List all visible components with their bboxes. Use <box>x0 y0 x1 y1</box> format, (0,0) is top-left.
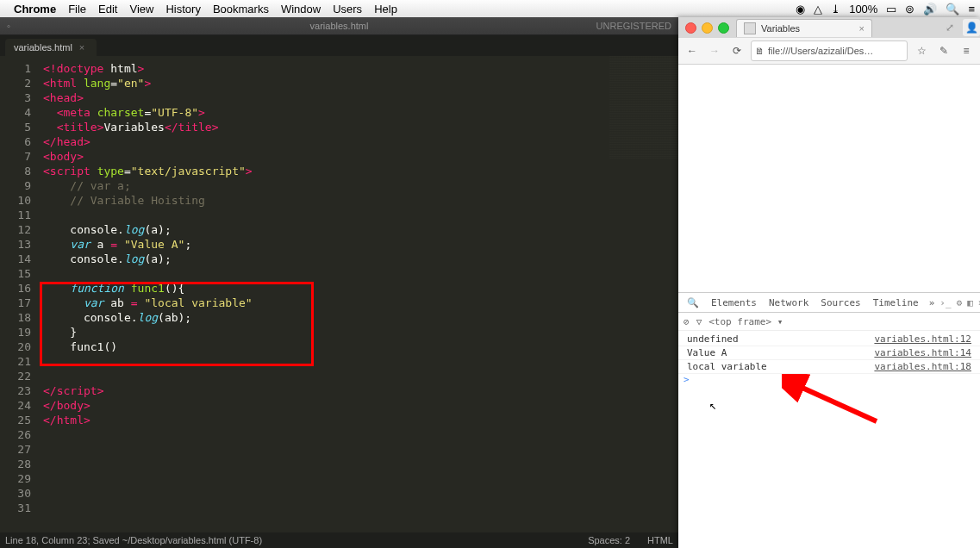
menu-bookmarks[interactable]: Bookmarks <box>213 3 269 16</box>
status-spaces[interactable]: Spaces: 2 <box>588 535 630 545</box>
page-viewport <box>678 65 980 292</box>
menu-help[interactable]: Help <box>374 3 397 16</box>
notification-center-icon[interactable]: ≡ <box>968 3 975 16</box>
chrome-tabstrip: Variables × ⤢ 👤 <box>678 17 980 38</box>
console-row: undefined variables.html:12 <box>678 333 980 346</box>
devtools-settings-icon[interactable]: ⚙ <box>957 297 963 308</box>
clear-console-icon[interactable]: ⊘ <box>684 316 690 327</box>
updates-icon[interactable]: ⤓ <box>831 3 840 16</box>
record-icon[interactable]: ◉ <box>796 3 805 16</box>
app-name[interactable]: Chrome <box>14 3 56 16</box>
console-source-link[interactable]: variables.html:12 <box>874 333 971 345</box>
browser-tab-title: Variables <box>761 23 800 34</box>
statusbar: Line 18, Column 23; Saved ~/Desktop/vari… <box>0 532 678 548</box>
close-icon[interactable]: × <box>79 42 84 53</box>
battery-icon[interactable]: ▭ <box>886 3 896 16</box>
devtools-tab-network[interactable]: Network <box>764 296 814 310</box>
filter-icon[interactable]: ▽ <box>696 316 702 327</box>
editor-tab[interactable]: variables.html × <box>5 39 97 56</box>
extension-icon[interactable]: ✎ <box>935 42 952 59</box>
menu-icon[interactable]: ≡ <box>958 42 975 59</box>
line-gutter: 1234567891011121314151617181920212223242… <box>0 56 36 532</box>
devtools-dock-icon[interactable]: ◧ <box>967 297 973 308</box>
sublime-window: ◦ variables.html UNREGISTERED variables.… <box>0 17 678 548</box>
devtools-tab-elements[interactable]: Elements <box>706 296 762 310</box>
console-output[interactable]: undefined variables.html:12 Value A vari… <box>678 331 980 548</box>
devtools-tab-timeline[interactable]: Timeline <box>868 296 924 310</box>
fullscreen-icon[interactable]: ⤢ <box>940 22 959 34</box>
browser-tab[interactable]: Variables × <box>736 19 872 37</box>
cursor-icon: ↖ <box>709 398 716 412</box>
address-bar[interactable]: 🗎 file:///Users/azizali/Des… <box>751 40 908 61</box>
frame-selector[interactable]: <top frame> ▾ <box>708 316 783 327</box>
sync-icon[interactable]: △ <box>814 3 822 16</box>
spotlight-icon[interactable]: 🔍 <box>946 3 959 16</box>
chrome-toolbar: ← → ⟳ 🗎 file:///Users/azizali/Des… ☆ ✎ ≡ <box>678 38 980 65</box>
console-message: Value A <box>687 347 727 358</box>
status-left: Line 18, Column 23; Saved ~/Desktop/vari… <box>5 535 262 545</box>
bookmark-star-icon[interactable]: ☆ <box>913 42 930 59</box>
code-area[interactable]: 1234567891011121314151617181920212223242… <box>0 56 678 532</box>
profile-avatar[interactable]: 👤 <box>963 19 980 36</box>
console-prompt[interactable]: > <box>678 374 980 385</box>
macos-menubar: Chrome File Edit View History Bookmarks … <box>0 0 980 18</box>
back-button[interactable]: ← <box>684 42 701 59</box>
console-row: local variable variables.html:18 <box>678 360 980 374</box>
console-source-link[interactable]: variables.html:18 <box>874 361 971 372</box>
devtools-panel: 🔍 Elements Network Sources Timeline » ›_… <box>678 292 980 548</box>
console-source-link[interactable]: variables.html:14 <box>874 347 971 358</box>
menu-file[interactable]: File <box>68 3 86 16</box>
reload-button[interactable]: ⟳ <box>728 42 746 59</box>
menu-window[interactable]: Window <box>281 3 321 16</box>
devtools-tabs-overflow-icon[interactable]: » <box>926 296 939 310</box>
console-message: local variable <box>687 361 767 372</box>
console-toolbar: ⊘ ▽ <top frame> ▾ <box>678 313 980 331</box>
zoom-window-button[interactable] <box>718 22 729 34</box>
console-message: undefined <box>687 333 739 345</box>
console-row: Value A variables.html:14 <box>678 346 980 360</box>
editor-tab-label: variables.html <box>14 42 72 53</box>
url-text: file:///Users/azizali/Des… <box>768 46 873 56</box>
file-icon: 🗎 <box>755 46 765 56</box>
devtools-drawer-icon[interactable]: ›_ <box>939 297 951 308</box>
sublime-titlebar: ◦ variables.html UNREGISTERED <box>0 17 678 35</box>
chrome-window: Variables × ⤢ 👤 ← → ⟳ 🗎 file:///Users/az… <box>678 17 980 548</box>
favicon-icon <box>744 22 756 34</box>
menu-users[interactable]: Users <box>333 3 362 16</box>
status-lang[interactable]: HTML <box>647 535 673 545</box>
minimize-window-button[interactable] <box>702 22 713 34</box>
unregistered-label: UNREGISTERED <box>596 21 671 31</box>
code-content[interactable]: <!doctype html><html lang="en"><head> <m… <box>36 56 678 532</box>
forward-button[interactable]: → <box>706 42 723 59</box>
close-tab-icon[interactable]: × <box>859 23 865 34</box>
menu-history[interactable]: History <box>165 3 200 16</box>
doc-icon: ◦ <box>7 21 10 31</box>
devtools-search-icon[interactable]: 🔍 <box>682 297 704 308</box>
battery-percent: 100% <box>849 3 877 16</box>
svg-line-0 <box>795 384 877 421</box>
traffic-lights <box>678 22 736 34</box>
devtools-tab-sources[interactable]: Sources <box>815 296 865 310</box>
window-title: variables.html <box>310 21 369 31</box>
wifi-icon[interactable]: ⊚ <box>905 3 914 16</box>
minimap[interactable] <box>609 56 678 159</box>
volume-icon[interactable]: 🔊 <box>923 3 937 16</box>
menu-edit[interactable]: Edit <box>98 3 117 16</box>
close-window-button[interactable] <box>685 22 696 34</box>
menu-view[interactable]: View <box>129 3 153 16</box>
devtools-tabs: 🔍 Elements Network Sources Timeline » ›_… <box>678 293 980 313</box>
sublime-tabstrip: variables.html × <box>0 35 678 56</box>
